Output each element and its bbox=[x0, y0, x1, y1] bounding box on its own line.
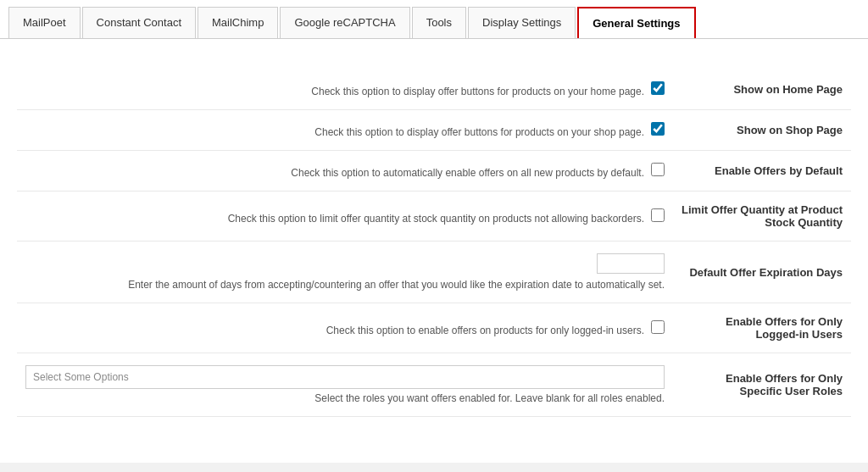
tab-constant-contact[interactable]: Constant Contact bbox=[82, 7, 196, 38]
setting-row-enable-specific-roles: Select Some OptionsSelect the roles you … bbox=[17, 353, 851, 417]
content-area: Check this option to display offer butto… bbox=[0, 39, 868, 463]
tab-mailpoet[interactable]: MailPoet bbox=[8, 7, 81, 38]
label-cell-default-expiration-days: Default Offer Expiration Days bbox=[673, 242, 851, 303]
description-enable-specific-roles: Select the roles you want offers enabled… bbox=[314, 392, 665, 404]
control-cell-enable-logged-users: Check this option to enable offers on pr… bbox=[17, 303, 673, 353]
setting-row-show-shop-page: Check this option to display offer butto… bbox=[17, 110, 851, 151]
setting-row-enable-offers-default: Check this option to automatically enabl… bbox=[17, 151, 851, 192]
description-enable-logged-users: Check this option to enable offers on pr… bbox=[326, 325, 644, 336]
description-limit-offer-quantity: Check this option to limit offer quantit… bbox=[228, 213, 644, 225]
description-enable-offers-default: Check this option to automatically enabl… bbox=[291, 167, 644, 179]
label-cell-enable-logged-users: Enable Offers for Only Logged-in Users bbox=[673, 303, 851, 353]
checkbox-show-home-page[interactable] bbox=[651, 81, 665, 95]
settings-table: Check this option to display offer butto… bbox=[17, 69, 851, 417]
select-placeholder-enable-specific-roles[interactable]: Select Some Options bbox=[25, 365, 665, 389]
description-default-expiration-days: Enter the amount of days from accepting/… bbox=[128, 279, 665, 291]
control-cell-default-expiration-days: Enter the amount of days from accepting/… bbox=[17, 242, 673, 303]
description-show-home-page: Check this option to display offer butto… bbox=[311, 86, 644, 97]
tabs-bar: MailPoetConstant ContactMailChimpGoogle … bbox=[0, 0, 868, 39]
control-cell-enable-specific-roles: Select Some OptionsSelect the roles you … bbox=[17, 353, 673, 417]
tab-google-recaptcha[interactable]: Google reCAPTCHA bbox=[280, 7, 409, 38]
setting-row-show-home-page: Check this option to display offer butto… bbox=[17, 69, 851, 110]
tab-display-settings[interactable]: Display Settings bbox=[468, 7, 576, 38]
number-input-default-expiration-days[interactable] bbox=[597, 253, 665, 274]
control-cell-show-shop-page: Check this option to display offer butto… bbox=[17, 110, 673, 151]
setting-row-enable-logged-users: Check this option to enable offers on pr… bbox=[17, 303, 851, 353]
label-cell-show-home-page: Show on Home Page bbox=[673, 69, 851, 110]
setting-row-default-expiration-days: Enter the amount of days from accepting/… bbox=[17, 242, 851, 303]
label-cell-enable-offers-default: Enable Offers by Default bbox=[673, 151, 851, 192]
control-cell-limit-offer-quantity: Check this option to limit offer quantit… bbox=[17, 192, 673, 242]
tab-general-settings[interactable]: General Settings bbox=[577, 7, 695, 38]
description-show-shop-page: Check this option to display offer butto… bbox=[314, 126, 644, 138]
setting-row-limit-offer-quantity: Check this option to limit offer quantit… bbox=[17, 192, 851, 242]
label-cell-show-shop-page: Show on Shop Page bbox=[673, 110, 851, 151]
tab-mailchimp[interactable]: MailChimp bbox=[198, 7, 278, 38]
label-cell-enable-specific-roles: Enable Offers for Only Specific User Rol… bbox=[673, 353, 851, 417]
control-cell-show-home-page: Check this option to display offer butto… bbox=[17, 69, 673, 110]
checkbox-show-shop-page[interactable] bbox=[651, 122, 665, 136]
checkbox-enable-offers-default[interactable] bbox=[651, 163, 665, 176]
control-cell-enable-offers-default: Check this option to automatically enabl… bbox=[17, 151, 673, 192]
checkbox-limit-offer-quantity[interactable] bbox=[651, 208, 665, 222]
checkbox-enable-logged-users[interactable] bbox=[651, 320, 665, 334]
tab-tools[interactable]: Tools bbox=[412, 7, 466, 38]
label-cell-limit-offer-quantity: Limit Offer Quantity at Product Stock Qu… bbox=[673, 192, 851, 242]
